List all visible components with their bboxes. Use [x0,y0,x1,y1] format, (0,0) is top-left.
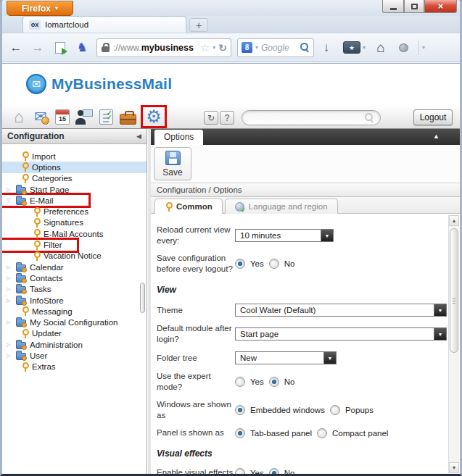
downloads-button[interactable]: ↓ [314,41,339,55]
tree-item[interactable]: ▷ My Social Configuration [2,317,147,327]
url-dropdown-icon[interactable]: ▾ [213,44,215,51]
radio-checked[interactable] [269,377,279,387]
back-button[interactable]: ← [5,41,27,55]
radio-unchecked[interactable] [269,259,279,269]
close-button[interactable]: × [424,0,457,13]
select-arrow-icon[interactable]: ▼ [323,352,336,364]
module-calendar-button[interactable]: 15 [53,107,72,126]
save-config-no-option[interactable]: No [269,259,295,269]
module-home-button[interactable]: ⌂ [9,107,28,126]
extension-icon[interactable]: ♞ [72,40,92,55]
tree-item[interactable]: Extras [2,362,147,372]
radio-unchecked[interactable] [330,405,340,415]
reload-select[interactable]: 10 minutes ▼ [235,229,334,242]
tree-item[interactable]: ▷ User [2,350,147,361]
expand-arrow-icon[interactable]: ▷ [5,320,12,325]
select-arrow-icon[interactable]: ▼ [434,304,446,316]
tree-item[interactable]: ▷ Tasks [2,284,147,295]
tree-item[interactable]: Categories [2,173,147,184]
module-mail-button[interactable]: ✉ [31,107,50,126]
tree-item[interactable]: E-Mail Accounts [2,228,147,239]
new-tab-button[interactable]: + [189,18,208,32]
content-scrollbar[interactable]: ▲ ▼ [448,215,459,473]
logout-button[interactable]: Logout [413,109,453,125]
tree-item[interactable]: Filter [2,239,147,250]
expand-arrow-icon[interactable]: ▷ [5,342,12,348]
bookmarks-menu[interactable]: ★ ▾ [343,41,366,54]
sidebar-scrollbar-thumb[interactable] [140,283,145,313]
minimize-button[interactable] [382,0,404,13]
module-infostore-button[interactable] [118,107,137,126]
radio-checked[interactable] [235,405,245,415]
bookmark-star-icon[interactable]: ☆ [200,41,210,54]
url-bar[interactable]: ://www. mybusiness ☆ ▾ ↻ [96,38,231,57]
tab-based-panel-option[interactable]: Tab-based panel [235,428,312,438]
expert-yes-option[interactable]: Yes [235,377,264,387]
tree-item[interactable]: ▷ Start Page [2,184,147,195]
scroll-up-icon[interactable]: ▲ [449,215,459,226]
search-engine-icon[interactable]: 8 [242,42,252,53]
restore-button[interactable] [404,0,424,13]
tab-language-and-region[interactable]: Language and region [225,199,338,214]
tree-item[interactable]: ▷ Contacts [2,272,147,283]
folder-tree-select[interactable]: New ▼ [235,351,337,364]
search-box[interactable]: 8 ▾ Google [237,38,314,57]
expand-arrow-icon[interactable]: ▷ [5,353,12,359]
browser-tab[interactable]: ox Iomartcloud [22,16,186,33]
popups-option[interactable]: Popups [330,405,374,415]
radio-checked[interactable] [235,259,245,269]
refresh-button[interactable]: ↻ [204,111,218,125]
firefox-menu-button[interactable]: Firefox ▾ [7,1,73,16]
search-engine-caret-icon[interactable]: ▾ [255,44,258,51]
overflow-caret-icon[interactable]: ▾ [422,44,425,51]
radio-checked[interactable] [269,468,279,475]
tree-item[interactable]: ▷ Calendar [2,262,147,272]
tab-common[interactable]: Common [154,199,223,214]
page-action-icon[interactable] [55,42,65,54]
help-button[interactable]: ? [220,111,234,125]
reload-icon[interactable]: ↻ [218,42,227,54]
expert-no-option[interactable]: No [269,377,295,387]
save-button[interactable]: Save [154,147,191,180]
expand-arrow-icon[interactable]: ▷ [5,264,12,270]
home-button[interactable]: ⌂ [370,40,392,56]
tree-item[interactable]: Messaging [2,306,147,317]
expand-arrow-icon[interactable]: ▷ [5,286,12,292]
tree-item[interactable]: Vacation Notice [2,251,147,262]
tree-item[interactable]: Updater [2,328,147,339]
module-contacts-button[interactable] [75,107,94,126]
module-tasks-button[interactable]: ✓ [96,107,115,126]
radio-unchecked[interactable] [235,468,245,475]
tree-item[interactable]: ▽ E-Mail [2,195,147,206]
radio-unchecked[interactable] [235,377,245,387]
theme-select[interactable]: Cool Water (Default) ▼ [235,304,447,317]
scrollbar-thumb[interactable] [450,228,458,353]
save-config-yes-option[interactable]: Yes [235,259,264,269]
tree-item[interactable]: Preferences [2,206,147,217]
expand-arrow-icon[interactable]: ▽ [5,198,12,204]
module-settings-button[interactable]: ⚙ [144,107,163,126]
tree-item[interactable]: Import [2,151,147,162]
radio-unchecked[interactable] [317,428,327,438]
tree-item[interactable]: ▷ InfoStore [2,295,147,306]
expand-arrow-icon[interactable]: ▷ [5,298,12,304]
expand-arrow-icon[interactable]: ▷ [5,187,12,193]
global-search-input[interactable] [242,110,381,125]
addon-icon[interactable] [399,43,408,52]
tree-item[interactable]: Signatures [2,217,147,228]
scroll-down-icon[interactable]: ▼ [449,462,459,473]
default-module-select[interactable]: Start page ▼ [235,327,447,341]
visual-no-option[interactable]: No [269,468,295,475]
visual-yes-option[interactable]: Yes [235,468,264,475]
tree-item[interactable]: Options [2,162,147,172]
panel-collapse-icon[interactable]: ▲ [433,133,440,140]
radio-checked[interactable] [235,428,245,438]
forward-button[interactable]: → [27,41,49,55]
expand-arrow-icon[interactable]: ▷ [5,275,12,281]
select-arrow-icon[interactable]: ▼ [321,230,333,241]
search-icon[interactable] [300,43,310,52]
select-arrow-icon[interactable]: ▼ [434,328,446,340]
embedded-windows-option[interactable]: Embedded windows [235,405,325,415]
options-window-tab[interactable]: Options [154,130,203,145]
tree-item[interactable]: ▷ Administration [2,339,147,350]
